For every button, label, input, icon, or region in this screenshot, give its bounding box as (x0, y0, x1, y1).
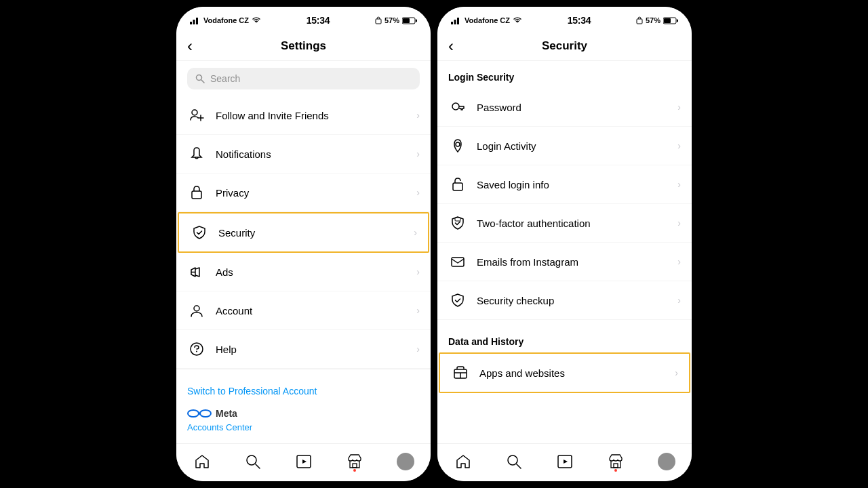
profile-nav-icon[interactable] (397, 453, 414, 470)
carrier-label-1: Vodafone CZ (203, 16, 249, 24)
home-nav-icon-2[interactable] (454, 453, 472, 470)
meta-label: Meta (216, 408, 237, 419)
search-nav-icon-svg (245, 453, 261, 470)
switch-professional-button[interactable]: Switch to Professional Account (187, 380, 420, 402)
security-checkup-label: Security checkup (477, 295, 677, 306)
security-checkup-chevron: › (677, 295, 681, 306)
notifications-chevron: › (416, 148, 420, 159)
saved-login-chevron: › (677, 179, 681, 190)
search-bar[interactable]: Search (187, 68, 420, 89)
security-item-password[interactable]: Password › (437, 88, 692, 127)
search-container: Search (176, 61, 431, 96)
ads-icon (189, 264, 204, 279)
svg-point-20 (200, 410, 211, 417)
svg-rect-3 (376, 19, 381, 24)
lock-small-icon (375, 16, 382, 24)
back-button-1[interactable]: ‹ (187, 37, 193, 56)
security-item-checkup[interactable]: Security checkup › (437, 281, 692, 320)
svg-rect-5 (403, 18, 410, 23)
search-placeholder: Search (210, 73, 240, 84)
svg-point-33 (452, 103, 459, 110)
settings-item-account[interactable]: Account › (176, 291, 431, 330)
location-icon (450, 138, 465, 153)
security-icon (192, 225, 207, 240)
shop-icon (347, 453, 363, 470)
svg-rect-6 (416, 19, 417, 22)
back-button-2[interactable]: ‹ (448, 37, 454, 56)
key-icon (450, 100, 465, 115)
time-1: 15:34 (307, 15, 330, 26)
svg-line-8 (201, 80, 204, 83)
ads-label: Ads (216, 266, 416, 278)
home-icon (194, 453, 210, 470)
data-history-section-label: Data and History (437, 325, 692, 352)
shop-nav-icon[interactable] (346, 453, 363, 470)
settings-item-notifications[interactable]: Notifications › (176, 135, 431, 174)
apps-websites-chevron: › (675, 367, 678, 378)
svg-rect-35 (453, 183, 462, 190)
settings-screen: Vodafone CZ 15:34 57% (176, 7, 431, 481)
security-item-saved-login[interactable]: Saved login info › (437, 165, 692, 204)
privacy-chevron: › (416, 187, 420, 198)
security-label: Security (218, 227, 414, 239)
accounts-center-link[interactable]: Accounts Center (187, 422, 420, 432)
wifi-icon-2 (513, 17, 522, 24)
shield-check2-icon (450, 293, 465, 308)
signal-icon-2 (451, 16, 462, 24)
svg-point-21 (247, 455, 256, 465)
notifications-label: Notifications (216, 148, 416, 160)
home-nav-icon[interactable] (193, 453, 211, 470)
svg-rect-27 (454, 20, 456, 24)
reels-nav-icon[interactable] (295, 453, 313, 470)
meta-branding: Meta (187, 402, 420, 422)
shield-check-icon (450, 216, 465, 230)
reels-nav-icon-2[interactable] (556, 453, 574, 470)
status-bar-2: Vodafone CZ 15:34 57% (437, 7, 692, 31)
settings-item-privacy[interactable]: Privacy › (176, 174, 431, 212)
privacy-icon (189, 185, 204, 200)
account-icon (189, 303, 204, 318)
svg-rect-32 (677, 19, 678, 22)
svg-point-34 (456, 142, 460, 146)
ads-chevron: › (416, 266, 420, 277)
login-security-section-label: Login Security (437, 61, 692, 88)
search-nav-icon-2[interactable] (505, 453, 523, 470)
wifi-icon-1 (252, 17, 261, 24)
password-label: Password (477, 102, 677, 113)
two-factor-label: Two-factor authentication (477, 218, 677, 229)
profile-nav-icon-2[interactable] (658, 453, 675, 470)
reels-icon (296, 453, 312, 470)
security-item-emails[interactable]: Emails from Instagram › (437, 243, 692, 281)
settings-item-follow[interactable]: Follow and Invite Friends › (176, 96, 431, 135)
settings-item-security[interactable]: Security › (178, 212, 429, 253)
search-icon (195, 74, 205, 83)
search-nav-icon-svg-2 (506, 453, 522, 470)
privacy-label: Privacy (216, 187, 416, 199)
battery-icon-2 (663, 17, 678, 24)
svg-rect-45 (614, 464, 618, 468)
settings-item-help[interactable]: Help › (176, 330, 431, 369)
settings-item-ads[interactable]: Ads › (176, 253, 431, 291)
security-item-login-activity[interactable]: Login Activity › (437, 127, 692, 165)
login-activity-chevron: › (677, 140, 681, 151)
shop-nav-icon-2[interactable] (607, 453, 625, 470)
svg-line-22 (256, 464, 260, 468)
follow-icon (189, 108, 204, 123)
battery-label-2: 57% (646, 16, 660, 24)
security-item-apps-websites[interactable]: Apps and websites › (439, 352, 690, 393)
settings-nav-header: ‹ Settings (176, 31, 431, 61)
password-chevron: › (677, 102, 681, 113)
shop-icon-2 (608, 453, 624, 470)
lock-open-icon (450, 177, 465, 192)
follow-label: Follow and Invite Friends (216, 110, 416, 121)
security-item-two-factor[interactable]: Two-factor authentication › (437, 204, 692, 243)
home-icon-2 (455, 453, 471, 470)
saved-login-label: Saved login info (477, 179, 677, 190)
two-factor-chevron: › (677, 218, 681, 228)
time-2: 15:34 (568, 15, 591, 26)
carrier-label-2: Vodafone CZ (465, 16, 510, 24)
battery-icon-1 (402, 17, 417, 24)
svg-rect-29 (637, 19, 642, 24)
search-nav-icon[interactable] (244, 453, 262, 470)
svg-rect-12 (192, 191, 201, 199)
